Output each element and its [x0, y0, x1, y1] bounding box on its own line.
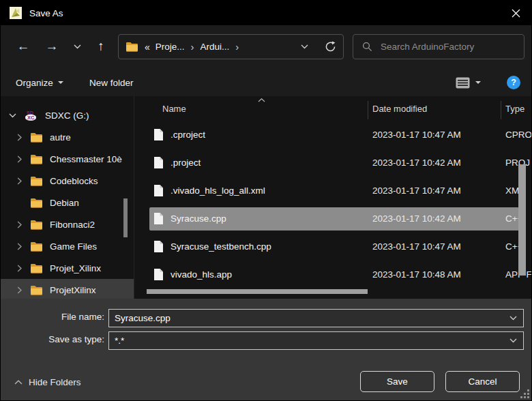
close-button[interactable] [500, 1, 531, 25]
chevron-right-icon[interactable] [17, 155, 22, 163]
sidebar-item-label: SDXC (G:) [45, 110, 89, 121]
folder-icon [30, 132, 43, 143]
save-button[interactable]: Save [360, 371, 434, 392]
chevron-right-icon[interactable] [17, 134, 22, 141]
file-name-value: Syracuse.cpp [115, 313, 171, 323]
window-title: Save As [29, 8, 63, 18]
search-placeholder: Search ArduinoFactory [381, 42, 474, 52]
breadcrumb-separator-icon: › [191, 41, 194, 53]
titlebar: Save As [1, 1, 531, 25]
content-area: SD XC SDXC (G:) autre C [1, 96, 532, 299]
chevron-up-icon [14, 380, 23, 385]
folder-icon [30, 241, 43, 252]
sidebar-item[interactable]: Fibonnaci2 [1, 213, 134, 235]
help-button[interactable]: ? [507, 69, 520, 96]
new-folder-button[interactable]: New folder [89, 69, 134, 96]
file-row[interactable]: .project 2023-01-17 10:42 AM PROJ [149, 151, 519, 175]
column-header-type[interactable]: Type [505, 104, 524, 114]
column-divider[interactable] [368, 101, 368, 119]
chevron-down-icon[interactable] [509, 338, 517, 343]
breadcrumb-item[interactable]: Proje... [156, 42, 185, 52]
file-name: .cproject [171, 130, 205, 140]
forward-icon: → [46, 39, 59, 54]
breadcrumb-separator-icon: › [235, 41, 239, 53]
file-row[interactable]: Syracuse.cpp 2023-01-17 10:42 AM C++ [149, 207, 519, 231]
app-icon [10, 7, 22, 19]
back-button[interactable]: ← [10, 33, 36, 59]
close-icon [512, 9, 520, 18]
column-header-date-modified[interactable]: Date modified [372, 104, 427, 114]
sidebar-item-label: Chessmaster 10è [50, 154, 122, 164]
sidebar-item-label: Projet_Xilinx [50, 263, 101, 273]
chevron-right-icon[interactable] [17, 265, 22, 272]
sidebar-item[interactable]: ProjetXilinx [1, 279, 134, 299]
chevron-right-icon[interactable] [17, 221, 22, 228]
file-name-label: File name: [1, 312, 104, 322]
resize-grip[interactable] [520, 389, 530, 399]
file-icon [153, 156, 164, 169]
sidebar-item[interactable]: Debian [1, 192, 134, 213]
recent-locations-button[interactable] [68, 33, 87, 59]
sidebar-tree-items: autre Chessmaster 10è Codeblocks Debian [1, 126, 134, 299]
sidebar-item-label: Debian [50, 198, 79, 208]
save-as-type-value: *.* [115, 336, 124, 346]
file-name-combobox[interactable]: Syracuse.cpp [108, 309, 524, 327]
chevron-right-icon[interactable] [17, 243, 22, 250]
chevron-right-icon[interactable] [17, 286, 22, 294]
sidebar-item-sdxc-drive[interactable]: SD XC SDXC (G:) [1, 104, 134, 126]
sidebar-item[interactable]: Codeblocks [1, 170, 134, 192]
sidebar-item-label: Fibonnaci2 [50, 220, 95, 230]
save-as-type-combobox[interactable]: *.* [108, 331, 524, 350]
up-button[interactable]: ↑ [88, 33, 114, 59]
sidebar-item[interactable]: Projet_Xilinx [1, 257, 134, 279]
column-divider[interactable] [501, 101, 501, 119]
caret-down-icon [475, 81, 481, 84]
file-name: Syracuse_testbench.cpp [171, 241, 271, 252]
address-bar[interactable]: « Proje... › Ardui... › [118, 34, 344, 59]
breadcrumb-overflow[interactable]: « [145, 42, 150, 53]
caret-down-icon [58, 81, 63, 84]
file-date-modified: 2023-01-17 10:42 AM [372, 213, 461, 224]
up-icon: ↑ [98, 39, 104, 54]
file-icon [153, 268, 164, 281]
search-box[interactable]: Search ArduinoFactory [353, 34, 524, 59]
hide-folders-button[interactable]: Hide Folders [14, 375, 81, 389]
save-as-type-label: Save as type: [1, 334, 104, 344]
list-view-icon [456, 77, 470, 89]
file-row[interactable]: vivado_hls.app 2023-01-17 10:48 AM APP F [149, 263, 519, 286]
sidebar-item-label: ProjetXilinx [50, 285, 96, 295]
forward-button[interactable]: → [39, 33, 65, 59]
folder-icon [125, 42, 138, 52]
chevron-right-icon[interactable] [17, 177, 22, 185]
file-row[interactable]: .vivado_hls_log_all.xml 2023-01-17 10:47… [149, 179, 519, 203]
sidebar-item[interactable]: autre [1, 126, 134, 148]
folder-icon [30, 154, 43, 164]
sort-ascending-icon [258, 98, 265, 102]
refresh-icon[interactable] [325, 41, 336, 53]
organize-button[interactable]: Organize [16, 69, 63, 96]
sidebar-item-label: autre [50, 132, 71, 143]
chevron-down-icon[interactable] [509, 316, 517, 321]
vertical-scrollbar-thumb[interactable] [518, 164, 526, 276]
save-as-dialog: Save As ← → ↑ « Proje... [0, 0, 532, 401]
file-icon [153, 128, 164, 141]
folder-icon [30, 263, 43, 273]
chevron-down-icon[interactable] [9, 113, 16, 118]
new-folder-label: New folder [89, 78, 134, 88]
view-mode-dropdown[interactable] [475, 69, 481, 96]
column-header-name[interactable]: Name [162, 104, 186, 114]
file-row[interactable]: .cproject 2023-01-17 10:47 AM CPROJ [149, 123, 519, 147]
file-name: vivado_hls.app [171, 269, 232, 280]
cancel-button[interactable]: Cancel [445, 371, 520, 392]
folder-icon [30, 285, 43, 295]
breadcrumb-item[interactable]: Ardui... [201, 42, 230, 52]
sidebar-item[interactable]: Game Files [1, 235, 134, 257]
file-type: CPROJ [505, 130, 532, 140]
file-row[interactable]: Syracuse_testbench.cpp 2023-01-17 10:47 … [149, 235, 519, 258]
view-mode-button[interactable] [456, 69, 470, 96]
horizontal-scrollbar-thumb[interactable] [147, 289, 368, 294]
file-name: .project [171, 158, 201, 168]
sidebar-scrollbar-thumb[interactable] [123, 198, 128, 237]
address-dropdown-icon[interactable] [301, 44, 308, 49]
sidebar-item[interactable]: Chessmaster 10è [1, 148, 134, 170]
